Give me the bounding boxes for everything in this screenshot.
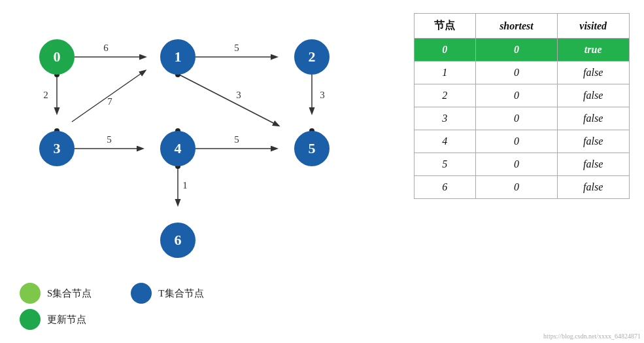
watermark: https://blog.csdn.net/xxxx_64824871 [543,333,641,340]
cell-node: 4 [414,130,476,153]
cell-visited: false [557,130,629,153]
edge-label-4-6: 1 [182,180,188,190]
legend-circle-s [20,283,41,304]
table-row: 10false [414,62,629,84]
data-table: 节点 shortest visited 00true10false20false… [414,13,630,199]
node-1: 1 [160,39,195,75]
cell-shortest: 0 [476,130,558,153]
legend: S集合节点 T集合节点 更新节点 [20,283,204,330]
cell-node: 3 [414,107,476,130]
node-5: 5 [294,131,330,166]
cell-node: 2 [414,84,476,107]
cell-visited: false [557,176,629,199]
node-4: 4 [160,131,195,166]
cell-node: 6 [414,176,476,199]
cell-visited: false [557,84,629,107]
table-row: 30false [414,107,629,130]
cell-shortest: 0 [476,39,558,62]
svg-line-5 [178,74,279,126]
edge-label-1-2: 5 [234,43,239,53]
cell-node: 1 [414,62,476,84]
legend-label-update: 更新节点 [47,314,86,326]
edge-label-2-5: 3 [320,90,325,100]
table-row: 40false [414,130,629,153]
cell-visited: true [557,39,629,62]
table-section: 节点 shortest visited 00true10false20false… [399,0,644,343]
legend-label-s: S集合节点 [47,287,92,300]
cell-node: 0 [414,39,476,62]
node-6: 6 [160,223,195,258]
th-shortest: shortest [476,14,558,39]
table-header-row: 节点 shortest visited [414,14,629,39]
cell-shortest: 0 [476,62,558,84]
node-2: 2 [294,39,330,75]
edge-label-0-3: 2 [43,90,48,100]
cell-shortest: 0 [476,176,558,199]
th-visited: visited [557,14,629,39]
legend-label-t: T集合节点 [158,287,203,300]
cell-visited: false [557,153,629,176]
graph-section: 6 5 2 7 5 3 5 3 1 [0,0,399,343]
edge-label-0-1: 6 [103,43,109,53]
cell-visited: false [557,62,629,84]
node-3: 3 [39,131,75,166]
cell-shortest: 0 [476,153,558,176]
legend-row-update: 更新节点 [20,309,204,330]
edge-label-3-1: 7 [107,96,112,107]
th-node: 节点 [414,14,476,39]
cell-shortest: 0 [476,84,558,107]
legend-circle-t [131,283,152,304]
cell-visited: false [557,107,629,130]
edge-label-4-5: 5 [234,134,239,145]
table-row: 60false [414,176,629,199]
edge-label-3-4: 5 [107,134,112,145]
legend-row-s: S集合节点 T集合节点 [20,283,204,304]
table-row: 20false [414,84,629,107]
cell-node: 5 [414,153,476,176]
table-row: 00true [414,39,629,62]
table-row: 50false [414,153,629,176]
legend-circle-update [20,309,41,330]
cell-shortest: 0 [476,107,558,130]
edge-label-1-5: 3 [236,90,241,100]
node-0: 0 [39,39,75,75]
